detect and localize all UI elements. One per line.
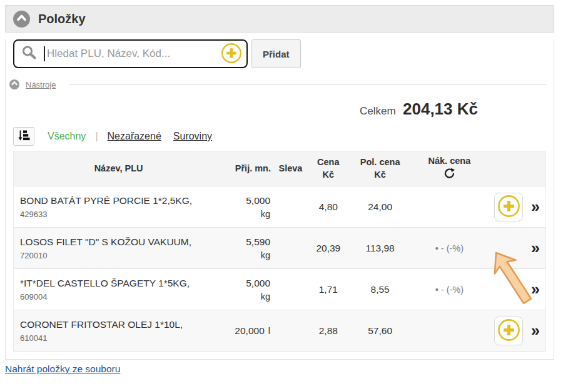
search-add-button[interactable] — [221, 43, 242, 66]
price-value: 4,80 — [308, 201, 349, 213]
filter-row: Všechny | Nezařazené Suroviny — [13, 127, 546, 146]
search-row: Přidat — [13, 39, 546, 68]
column-header-received-qty: Přij. mn. — [223, 163, 273, 175]
chevron-up-icon — [9, 78, 19, 91]
tools-link[interactable]: Nástroje — [26, 80, 56, 89]
filter-separator: | — [95, 131, 98, 142]
header-item-price-line1: Pol. cena — [360, 156, 400, 168]
table-row: BOND BATÁT PYRÉ PORCIE 1*2,5KG, 429633 5… — [14, 186, 545, 228]
total-value: 204,13 Kč — [403, 99, 478, 118]
upload-items-link[interactable]: Nahrát položky ze souboru — [5, 363, 120, 375]
panel-header: Položky — [5, 5, 554, 33]
text-caret — [44, 46, 45, 61]
purchase-price-value: • - (-%) — [412, 285, 488, 295]
qty-value: 5,000 — [246, 195, 270, 206]
plus-circle-icon — [221, 43, 242, 66]
item-plu: 429633 — [14, 210, 223, 219]
page-title: Položky — [38, 12, 86, 26]
header-price-line2: Kč — [323, 169, 335, 181]
item-plu: 609004 — [14, 292, 223, 302]
total-row: Celkem 204,13 Kč — [6, 99, 554, 121]
item-price-value: 113,98 — [349, 243, 412, 254]
add-item-button[interactable]: Přidat — [251, 39, 301, 68]
search-icon — [21, 44, 38, 64]
expand-row-chevron[interactable]: » — [531, 323, 542, 338]
expand-row-chevron[interactable]: » — [531, 240, 542, 256]
column-header-name: Název, PLU — [14, 163, 223, 175]
purchase-price-value: • - (-%) — [412, 243, 488, 253]
item-plu: 720010 — [14, 251, 223, 260]
header-purchase-label: Nák. cena — [428, 155, 470, 167]
qty-unit: kg — [261, 209, 270, 219]
qty-unit: l — [268, 326, 270, 336]
table-row: CORONET FRITOSTAR OLEJ 1*10L, 610041 20,… — [14, 310, 545, 352]
filter-tab-unassigned[interactable]: Nezařazené — [108, 131, 161, 142]
plus-circle-icon — [497, 318, 520, 343]
item-name: CORONET FRITOSTAR OLEJ 1*10L, — [14, 319, 223, 330]
tools-row: Nástroje — [9, 79, 546, 89]
items-table: Název, PLU Přij. mn. Sleva Cena Kč Pol. … — [13, 151, 546, 352]
qty-unit: kg — [261, 292, 270, 302]
item-price-value: 24,00 — [349, 201, 412, 213]
collapse-panel-button[interactable] — [13, 11, 30, 28]
qty-unit: kg — [261, 250, 270, 260]
search-input[interactable] — [47, 48, 221, 60]
filter-tab-ingredients[interactable]: Suroviny — [173, 131, 212, 142]
sort-button[interactable] — [13, 127, 34, 146]
search-box[interactable] — [13, 39, 248, 68]
qty-value: 5,590 — [246, 236, 270, 248]
table-row: *IT*DEL CASTELLO ŠPAGETY 1*5KG, 609004 5… — [14, 269, 545, 310]
collapse-tools-button[interactable] — [9, 79, 19, 89]
item-name: LOSOS FILET "D" S KOŽOU VAKUUM, — [14, 236, 223, 248]
column-header-purchase-price: Nák. cena — [412, 155, 488, 183]
qty-value: 20,000 — [235, 325, 264, 337]
filter-tab-all[interactable]: Všechny — [48, 131, 86, 142]
item-price-value: 8,55 — [349, 284, 412, 295]
table-row: LOSOS FILET "D" S KOŽOU VAKUUM, 720010 5… — [14, 228, 545, 269]
item-plu: 610041 — [14, 333, 223, 343]
expand-row-chevron[interactable]: » — [531, 282, 542, 297]
refresh-icon[interactable] — [444, 168, 455, 183]
row-add-button[interactable] — [494, 317, 523, 345]
plus-circle-icon — [497, 195, 520, 220]
header-item-price-line2: Kč — [374, 169, 386, 181]
total-label: Celkem — [360, 105, 396, 117]
table-header-row: Název, PLU Přij. mn. Sleva Cena Kč Pol. … — [14, 151, 545, 186]
item-name: BOND BATÁT PYRÉ PORCIE 1*2,5KG, — [14, 195, 223, 206]
price-value: 20,39 — [308, 243, 349, 254]
qty-value: 5,000 — [246, 278, 270, 289]
column-header-price: Cena Kč — [308, 156, 349, 181]
item-name: *IT*DEL CASTELLO ŠPAGETY 1*5KG, — [14, 278, 223, 289]
header-price-line1: Cena — [317, 156, 339, 168]
price-value: 1,71 — [308, 284, 349, 295]
item-price-value: 57,60 — [349, 325, 412, 337]
price-value: 2,88 — [308, 325, 349, 337]
expand-row-chevron[interactable]: » — [531, 199, 542, 215]
sort-descending-icon — [18, 130, 30, 143]
column-header-discount: Sleva — [273, 163, 308, 175]
chevron-up-icon — [13, 9, 30, 29]
divider-line — [69, 84, 546, 85]
column-header-item-price: Pol. cena Kč — [349, 156, 412, 181]
items-panel: Položky Přidat — [5, 5, 554, 360]
panel-body: Přidat Nástroje Celkem 204,13 Kč Všechny… — [5, 39, 554, 360]
row-add-button[interactable] — [494, 193, 523, 221]
